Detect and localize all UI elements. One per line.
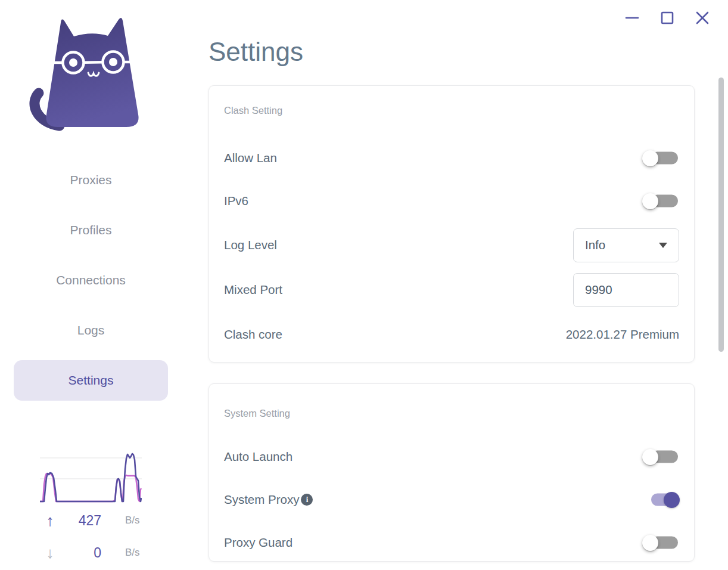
close-button[interactable] — [694, 10, 711, 26]
auto-launch-row: Auto Launch — [224, 439, 679, 474]
upload-arrow-icon: ↑ — [38, 513, 62, 528]
cat-eye-right — [109, 58, 117, 66]
log-level-select[interactable]: Info — [573, 228, 679, 262]
allow-lan-row: Allow Lan — [224, 141, 679, 175]
ipv6-row: IPv6 — [224, 184, 679, 218]
toggle-thumb — [664, 492, 680, 508]
mixed-port-input[interactable] — [573, 273, 679, 307]
clash-setting-card: Clash Setting Allow Lan IPv6 Log Level I… — [209, 85, 695, 363]
clash-core-row: Clash core 2022.01.27 Premium — [224, 317, 679, 352]
allow-lan-toggle[interactable] — [642, 148, 679, 168]
system-setting-section-label: System Setting — [224, 408, 290, 419]
auto-launch-toggle[interactable] — [642, 447, 679, 467]
system-proxy-label: System Proxy i — [224, 492, 313, 507]
download-speed-value: 0 — [62, 545, 101, 561]
upload-speed-value: 427 — [62, 513, 101, 529]
download-speed-unit: B/s — [101, 547, 145, 559]
traffic-sparkline — [40, 451, 142, 503]
maximize-button[interactable] — [659, 10, 676, 26]
upload-speed-unit: B/s — [101, 515, 145, 526]
scrollbar-thumb[interactable] — [718, 78, 724, 352]
toggle-thumb — [642, 193, 658, 209]
clash-cat-logo — [27, 16, 140, 131]
proxy-guard-label: Proxy Guard — [224, 535, 293, 550]
minimize-button[interactable] — [624, 10, 640, 26]
upload-speed-row: ↑ 427 B/s — [38, 510, 145, 531]
sidebar-item-settings[interactable]: Settings — [14, 360, 168, 401]
download-speed-row: ↓ 0 B/s — [38, 542, 145, 563]
toggle-thumb — [642, 449, 658, 465]
page-title: Settings — [209, 37, 303, 67]
clash-setting-section-label: Clash Setting — [224, 105, 282, 116]
allow-lan-label: Allow Lan — [224, 151, 277, 165]
auto-launch-label: Auto Launch — [224, 450, 293, 464]
close-icon — [695, 11, 710, 25]
cat-eye-left — [69, 58, 77, 67]
sidebar-item-logs[interactable]: Logs — [14, 310, 168, 351]
log-level-label: Log Level — [224, 238, 277, 252]
ipv6-label: IPv6 — [224, 194, 248, 208]
toggle-thumb — [642, 535, 658, 551]
download-arrow-icon: ↓ — [38, 545, 62, 560]
sidebar-nav: Proxies Profiles Connections Logs Settin… — [14, 160, 168, 410]
proxy-guard-row: Proxy Guard — [224, 525, 679, 560]
proxy-guard-toggle[interactable] — [642, 532, 679, 553]
sidebar-item-connections[interactable]: Connections — [14, 260, 168, 301]
window-controls — [624, 10, 711, 26]
system-proxy-label-text: System Proxy — [224, 492, 299, 507]
sidebar-item-profiles[interactable]: Profiles — [14, 210, 168, 250]
log-level-row: Log Level Info — [224, 228, 679, 262]
mixed-port-label: Mixed Port — [224, 283, 282, 297]
system-setting-card: System Setting Auto Launch System Proxy … — [209, 383, 695, 562]
clash-core-version: 2022.01.27 Premium — [566, 327, 679, 342]
log-level-selected-value: Info — [585, 238, 605, 252]
clash-core-label: Clash core — [224, 327, 282, 342]
mixed-port-row: Mixed Port — [224, 272, 679, 307]
minimize-icon — [625, 11, 639, 25]
cat-body — [46, 18, 138, 127]
upload-line — [40, 454, 141, 501]
system-proxy-row: System Proxy i — [224, 482, 679, 517]
toggle-thumb — [642, 150, 658, 166]
chevron-down-icon — [659, 243, 667, 248]
system-proxy-toggle[interactable] — [642, 490, 679, 510]
sidebar-item-proxies[interactable]: Proxies — [14, 160, 168, 200]
info-icon[interactable]: i — [301, 494, 313, 506]
sidebar: Proxies Profiles Connections Logs Settin… — [0, 0, 182, 570]
maximize-icon — [660, 11, 674, 25]
ipv6-toggle[interactable] — [642, 191, 679, 211]
